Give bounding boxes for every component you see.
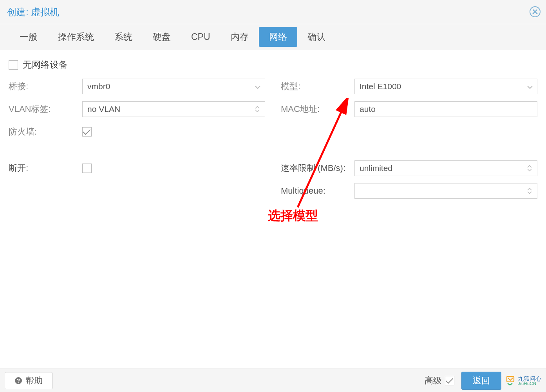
firewall-label: 防火墙: <box>9 126 82 138</box>
multiqueue-label: Multiqueue: <box>281 186 354 196</box>
rate-label: 速率限制 (MB/s): <box>281 162 354 174</box>
mac-input[interactable]: auto <box>354 101 537 117</box>
vlan-label: VLAN标签: <box>9 103 82 115</box>
dialog-footer: ? 帮助 高级 返回 九狐问心 JiuHuCN <box>0 369 546 392</box>
brand-top: 九狐问心 <box>518 376 541 381</box>
back-button[interactable]: 返回 <box>461 372 501 390</box>
help-icon: ? <box>14 377 22 385</box>
svg-rect-4 <box>507 376 514 382</box>
disconnect-label: 断开: <box>9 162 82 174</box>
tab-disk[interactable]: 硬盘 <box>143 27 181 47</box>
brand-icon <box>506 376 516 386</box>
section-divider <box>9 150 537 150</box>
spinner-icon <box>525 161 534 176</box>
chevron-down-icon <box>255 82 261 91</box>
wizard-tabs: 一般 操作系统 系统 硬盘 CPU 内存 网络 确认 <box>0 24 546 50</box>
tab-system[interactable]: 系统 <box>104 27 143 47</box>
bridge-label: 桥接: <box>9 81 82 92</box>
form-content: 无网络设备 桥接: vmbr0 VLAN标签: no VLAN 防火墙: <box>0 50 546 205</box>
left-column: 桥接: vmbr0 VLAN标签: no VLAN 防火墙: <box>9 78 265 146</box>
close-button[interactable] <box>530 6 541 17</box>
vlan-value: no VLAN <box>87 104 120 114</box>
svg-text:?: ? <box>17 378 20 384</box>
mac-value: auto <box>360 104 376 114</box>
rate-value: unlimited <box>360 164 392 173</box>
firewall-checkbox[interactable] <box>82 127 92 137</box>
dialog-header: 创建: 虚拟机 <box>0 0 546 24</box>
no-network-checkbox[interactable] <box>9 60 18 70</box>
tab-cpu[interactable]: CPU <box>181 28 221 46</box>
tab-os[interactable]: 操作系统 <box>48 27 104 47</box>
bridge-value: vmbr0 <box>87 82 110 91</box>
back-label: 返回 <box>473 376 490 385</box>
model-label: 模型: <box>281 81 354 92</box>
mac-label: MAC地址: <box>281 103 354 115</box>
no-network-label: 无网络设备 <box>23 59 68 71</box>
advanced-checkbox[interactable] <box>445 376 454 385</box>
spinner-icon <box>253 102 262 117</box>
multiqueue-input[interactable] <box>354 183 537 199</box>
rate-input[interactable]: unlimited <box>354 160 537 176</box>
model-select[interactable]: Intel E1000 <box>354 79 537 94</box>
spinner-icon <box>525 183 534 198</box>
brand-sub: JiuHuCN <box>518 381 541 386</box>
dialog-title: 创建: 虚拟机 <box>7 6 59 18</box>
annotation-text: 选择模型 <box>268 207 318 225</box>
bridge-select[interactable]: vmbr0 <box>82 79 265 94</box>
tab-network[interactable]: 网络 <box>259 27 297 47</box>
advanced-toggle[interactable]: 高级 <box>425 375 454 387</box>
model-value: Intel E1000 <box>360 82 401 91</box>
right-column: 模型: Intel E1000 MAC地址: auto <box>281 78 537 146</box>
disconnect-checkbox[interactable] <box>82 164 92 173</box>
tab-general[interactable]: 一般 <box>9 27 48 47</box>
brand-badge: 九狐问心 JiuHuCN <box>506 376 541 386</box>
help-button[interactable]: ? 帮助 <box>5 372 52 389</box>
vlan-input[interactable]: no VLAN <box>82 101 265 117</box>
close-icon <box>532 9 538 14</box>
tab-memory[interactable]: 内存 <box>221 27 259 47</box>
help-label: 帮助 <box>25 375 43 387</box>
advanced-label: 高级 <box>425 375 442 387</box>
chevron-down-icon <box>527 82 533 91</box>
tab-confirm[interactable]: 确认 <box>297 27 336 47</box>
